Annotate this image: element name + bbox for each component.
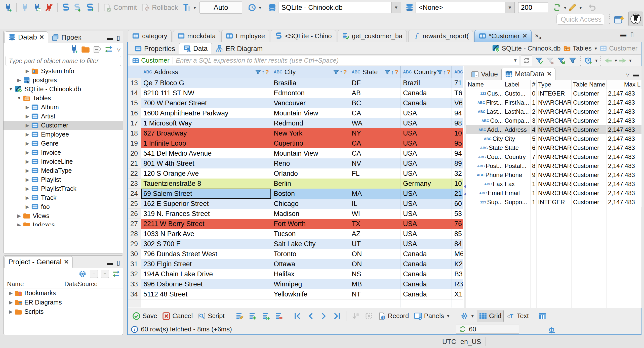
meta-cell-label[interactable]: FirstNa...: [503, 98, 531, 107]
row-number[interactable]: 34: [128, 289, 141, 299]
maximize-editor-icon[interactable]: ▯: [630, 31, 634, 37]
meta-column-table-name[interactable]: Table Name: [572, 80, 607, 89]
tab-projects[interactable]: Проек: [48, 32, 85, 43]
metadata-row-city[interactable]: ABCCityCity5NVARCHARCustomer2,147,483: [466, 134, 641, 143]
meta-cell-name[interactable]: ABCAdd...: [466, 125, 503, 134]
cell-address[interactable]: 162 E Superior Street: [141, 199, 271, 209]
project-link-icon[interactable]: [112, 270, 120, 278]
open-sql-script-icon[interactable]: [72, 2, 84, 14]
row-number[interactable]: 25: [128, 199, 141, 209]
meta-cell-table[interactable]: Customer: [572, 116, 607, 125]
cell-country[interactable]: Canada: [400, 88, 452, 98]
cell-state[interactable]: BC: [349, 98, 400, 108]
schema-combo[interactable]: <None> ▼: [416, 2, 515, 13]
cell-state[interactable]: [349, 179, 400, 189]
cell-city[interactable]: Vancouver: [271, 98, 349, 108]
meta-cell-ordinal[interactable]: 8: [531, 161, 537, 170]
meta-cell-name[interactable]: ABCState: [466, 143, 503, 152]
collapsed-arrow-icon[interactable]: ▶: [15, 77, 23, 83]
collapsed-arrow-icon[interactable]: ▶: [24, 104, 31, 110]
row-number[interactable]: 21: [128, 158, 141, 168]
maximize-panel-icon[interactable]: ▯: [117, 35, 120, 41]
cell-country[interactable]: Canada: [400, 269, 452, 279]
cell-postal-partial[interactable]: 53: [452, 209, 463, 219]
meta-cell-name[interactable]: ABCCo...: [466, 116, 503, 125]
cell-city[interactable]: Toronto: [271, 249, 349, 259]
cell-state[interactable]: MA: [349, 189, 400, 199]
breadcrumb-dropdown-arrow[interactable]: ▾: [595, 46, 597, 51]
fetch-all-button[interactable]: [363, 310, 375, 322]
cell-country[interactable]: Canada: [400, 259, 452, 269]
transaction-log-icon[interactable]: [246, 2, 258, 14]
metadata-row-country[interactable]: ABCCou...Country7NVARCHARCustomer2,147,4…: [466, 152, 641, 161]
row-number[interactable]: 26: [128, 209, 141, 219]
cell-address[interactable]: 627 Broadway: [141, 128, 271, 138]
cell-city[interactable]: Mountain View: [271, 108, 349, 118]
meta-cell-ordinal[interactable]: 9: [531, 170, 537, 180]
tab-metadata[interactable]: MetaData ✕: [501, 68, 555, 80]
row-number[interactable]: 23: [128, 179, 141, 189]
auto-refresh-icon[interactable]: [583, 56, 594, 66]
cell-postal-partial[interactable]: 94: [452, 108, 463, 118]
collapsed-arrow-icon[interactable]: ▶: [24, 186, 31, 192]
transaction-mode-icon[interactable]: [181, 2, 193, 14]
meta-cell-maxlength[interactable]: 2,147,483: [607, 143, 642, 152]
project-col-datasource[interactable]: DataSource: [64, 280, 98, 288]
fetch-size-input[interactable]: [518, 2, 548, 13]
meta-cell-table[interactable]: Customer: [572, 98, 607, 107]
close-tab-icon[interactable]: ✕: [522, 32, 527, 39]
minimize-panel-icon[interactable]: ▬: [107, 35, 113, 41]
metadata-row-postal-[interactable]: ABCPost...Postal...8NVARCHARCustomer2,14…: [466, 161, 641, 170]
transaction-log-dropdown[interactable]: ▾: [259, 5, 261, 11]
meta-cell-name[interactable]: ABCFax: [466, 180, 503, 189]
subtab-er-diagram[interactable]: ER Diagram: [212, 43, 267, 54]
cell-city[interactable]: Brasília: [271, 78, 349, 88]
quick-access-input[interactable]: Quick Access: [556, 14, 604, 25]
meta-cell-label[interactable]: Phone: [503, 170, 531, 180]
tree-item-postgres[interactable]: ▶postgres: [4, 75, 123, 84]
cell-postal-partial[interactable]: 10: [452, 128, 463, 138]
connection-combo-arrow[interactable]: ▼: [391, 2, 401, 13]
meta-cell-table[interactable]: Customer: [572, 89, 607, 98]
meta-column-max-l[interactable]: Max L: [607, 80, 642, 89]
meta-cell-label[interactable]: Suppo...: [503, 198, 531, 207]
row-number[interactable]: 31: [128, 259, 141, 269]
cell-country[interactable]: USA: [400, 219, 452, 229]
meta-cell-maxlength[interactable]: 2,147,483: [607, 107, 642, 116]
cell-state[interactable]: TX: [349, 219, 400, 229]
meta-cell-type[interactable]: INTEGER: [537, 89, 572, 98]
meta-column-name[interactable]: Name: [466, 80, 503, 89]
row-number[interactable]: 15: [128, 98, 141, 108]
cell-postal-partial[interactable]: R3: [452, 279, 463, 289]
close-tab-icon[interactable]: ✕: [39, 34, 44, 41]
meta-cell-maxlength[interactable]: 2,147,483: [607, 198, 642, 207]
hidden-tabs-indicator[interactable]: »5: [535, 32, 541, 40]
row-number[interactable]: 18: [128, 128, 141, 138]
sql-generator-dropdown[interactable]: ▾: [579, 5, 582, 11]
save-button[interactable]: Save: [130, 310, 159, 322]
cell-state[interactable]: WA: [349, 118, 400, 128]
previous-row-button[interactable]: [305, 310, 317, 322]
apply-filter-icon[interactable]: [534, 56, 545, 66]
meta-cell-name[interactable]: ABCPhone: [466, 170, 503, 180]
auto-refresh-dropdown[interactable]: ▾: [595, 58, 598, 63]
meta-cell-label[interactable]: Email: [503, 189, 531, 198]
cell-city[interactable]: Redmond: [271, 118, 349, 128]
cell-postal-partial[interactable]: 60: [452, 199, 463, 209]
duplicate-row-button[interactable]: (+): [260, 310, 272, 322]
meta-cell-ordinal[interactable]: 3: [531, 116, 537, 125]
meta-cell-name[interactable]: ABCCou...: [466, 152, 503, 161]
metadata-row-compa-[interactable]: ABCCo...Compa...3NVARCHARCustomer2,147,4…: [466, 116, 641, 125]
cell-country[interactable]: USA: [400, 108, 452, 118]
timezone-indicator[interactable]: UTC: [442, 338, 456, 346]
meta-cell-ordinal[interactable]: 1: [531, 198, 537, 207]
cell-address[interactable]: Qe 7 Bloco G: [141, 78, 271, 88]
meta-cell-ordinal[interactable]: 2: [531, 107, 537, 116]
object-filter-input[interactable]: [6, 56, 121, 66]
meta-cell-label[interactable]: Postal...: [503, 161, 531, 170]
record-mode-button[interactable]: iRecord: [376, 310, 411, 322]
meta-column-type[interactable]: Type: [537, 80, 572, 89]
cell-country[interactable]: Canada: [400, 98, 452, 108]
tree-item-album[interactable]: ▶Album: [4, 103, 123, 112]
collapsed-arrow-icon[interactable]: ▶: [24, 132, 31, 137]
